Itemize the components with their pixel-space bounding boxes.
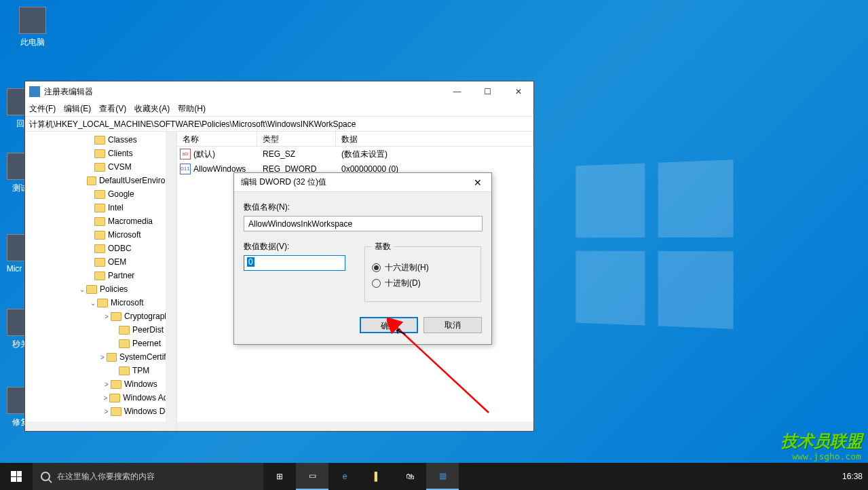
folder-icon [109, 394, 120, 402]
tree-item[interactable]: Clients [25, 147, 176, 160]
tree-item[interactable]: >Windows [25, 377, 176, 391]
tree-item[interactable]: Peernet [25, 337, 176, 350]
tree-label: Intel [108, 203, 124, 212]
tree-item[interactable]: >Windows Adva [25, 391, 176, 404]
folder-icon [94, 244, 105, 253]
edit-dword-dialog: 编辑 DWORD (32 位)值 ✕ 数值名称(N): 数值数据(V): 0 基… [233, 172, 492, 345]
folder-icon [94, 190, 105, 199]
expander-icon: > [102, 313, 111, 320]
column-type[interactable]: 类型 [257, 132, 336, 146]
titlebar[interactable]: 注册表编辑器 — ☐ ✕ [25, 81, 533, 102]
base-legend: 基数 [372, 241, 394, 252]
expander-icon: > [102, 408, 111, 415]
radio-icon [372, 279, 381, 288]
tree-item[interactable]: OEM [25, 255, 176, 269]
tree-item[interactable]: ODBC [25, 242, 176, 255]
expander-icon: > [102, 394, 110, 402]
search-icon [41, 472, 50, 481]
system-tray[interactable]: 16:38 [842, 472, 868, 481]
tree-label: OEM [108, 257, 126, 267]
tree-item[interactable]: ⌄Policies [25, 282, 176, 296]
address-bar[interactable]: 计算机\HKEY_LOCAL_MACHINE\SOFTWARE\Policies… [25, 117, 533, 132]
folder-icon [87, 176, 96, 185]
watermark-text: 技术员联盟 [781, 430, 863, 452]
menu-favorites[interactable]: 收藏夹(A) [134, 103, 170, 115]
value-name-input[interactable] [244, 216, 483, 231]
desktop-icon-this-pc[interactable]: 此电脑 [12, 7, 53, 48]
expander-icon: > [102, 381, 111, 388]
horizontal-scrollbar[interactable] [25, 421, 176, 431]
start-button[interactable] [0, 463, 33, 490]
tree-label: DefaultUserEnvironm [99, 176, 176, 185]
value-data-input[interactable]: 0 [244, 255, 345, 271]
value-type-icon: ab [180, 149, 191, 159]
value-type-icon: 011 [180, 164, 191, 174]
tree-item[interactable]: Intel [25, 201, 176, 214]
vertical-scrollbar[interactable] [166, 132, 176, 421]
tree-item[interactable]: ⌄Microsoft [25, 296, 176, 309]
maximize-button[interactable]: ☐ [472, 81, 503, 102]
folder-icon [94, 217, 105, 226]
radix-dec-radio[interactable]: 十进制(D) [372, 278, 474, 289]
tree-label: Partner [108, 271, 134, 280]
expander-icon: > [98, 354, 106, 361]
tree-item[interactable]: Macromedia [25, 214, 176, 228]
tree-item[interactable]: >Cryptography [25, 309, 176, 323]
tree-item[interactable]: >SystemCertifica [25, 350, 176, 364]
taskbar-item-edge[interactable]: e [328, 463, 361, 490]
tree-item[interactable]: TPM [25, 364, 176, 377]
name-label: 数值名称(N): [244, 202, 482, 213]
tree-label: Policies [100, 284, 128, 294]
tree-item[interactable]: Microsoft [25, 228, 176, 242]
menu-edit[interactable]: 编辑(E) [64, 103, 91, 115]
ok-button[interactable]: 确定 [360, 317, 418, 333]
folder-icon [111, 380, 121, 389]
taskbar-item-store[interactable]: 🛍 [394, 463, 426, 490]
horizontal-scrollbar[interactable] [177, 421, 533, 431]
tray-time: 16:38 [842, 472, 863, 481]
tree-label: Microsoft [108, 230, 141, 240]
dialog-titlebar[interactable]: 编辑 DWORD (32 位)值 ✕ [234, 173, 491, 192]
tree-label: Microsoft [111, 298, 144, 307]
folder-icon [119, 326, 130, 335]
column-data[interactable]: 数据 [336, 132, 533, 146]
tree-label: CVSM [108, 162, 132, 172]
cancel-button[interactable]: 取消 [423, 317, 482, 333]
task-view-button[interactable]: ⊞ [263, 463, 296, 490]
taskbar-item-explorer[interactable]: ▌ [361, 463, 394, 490]
menu-file[interactable]: 文件(F) [29, 103, 56, 115]
dialog-close-button[interactable]: ✕ [464, 177, 491, 188]
dialog-title: 编辑 DWORD (32 位)值 [241, 176, 464, 188]
folder-icon [94, 271, 105, 280]
expander-icon: ⌄ [89, 299, 97, 307]
taskbar-item-regedit[interactable]: ▦ [426, 463, 459, 490]
tree-label: Windows [124, 379, 157, 389]
tree-label: Peernet [132, 339, 161, 348]
menu-help[interactable]: 帮助(H) [178, 103, 206, 115]
radio-icon [372, 263, 381, 272]
column-name[interactable]: 名称 [177, 132, 257, 146]
taskbar-item[interactable]: ▭ [296, 463, 328, 490]
taskbar-search[interactable]: 在这里输入你要搜索的内容 [33, 463, 263, 490]
windows-logo-wallpaper [575, 159, 733, 329]
folder-icon [94, 149, 105, 158]
tree-item[interactable]: Google [25, 187, 176, 201]
folder-icon [94, 163, 105, 172]
minimize-button[interactable]: — [442, 81, 472, 102]
tree-item[interactable]: PeerDist [25, 323, 176, 337]
tree-item[interactable]: >Windows Defe [25, 404, 176, 418]
folder-icon [111, 407, 121, 416]
list-row[interactable]: ab(默认)REG_SZ(数值未设置) [177, 147, 533, 162]
menu-view[interactable]: 查看(V) [99, 103, 126, 115]
tree-item[interactable]: DefaultUserEnvironm [25, 174, 176, 187]
tree-item[interactable]: CVSM [25, 160, 176, 174]
tree-label: TPM [132, 366, 149, 375]
tree-item[interactable]: Partner [25, 269, 176, 282]
tree-item[interactable]: Classes [25, 133, 176, 147]
tree-pane[interactable]: ClassesClientsCVSMDefaultUserEnvironmGoo… [25, 132, 177, 431]
window-title: 注册表编辑器 [44, 86, 442, 98]
radix-hex-radio[interactable]: 十六进制(H) [372, 262, 474, 274]
taskbar: 在这里输入你要搜索的内容 ⊞ ▭ e ▌ 🛍 ▦ 16:38 [0, 463, 868, 490]
close-button[interactable]: ✕ [503, 81, 533, 102]
folder-icon [94, 258, 105, 267]
